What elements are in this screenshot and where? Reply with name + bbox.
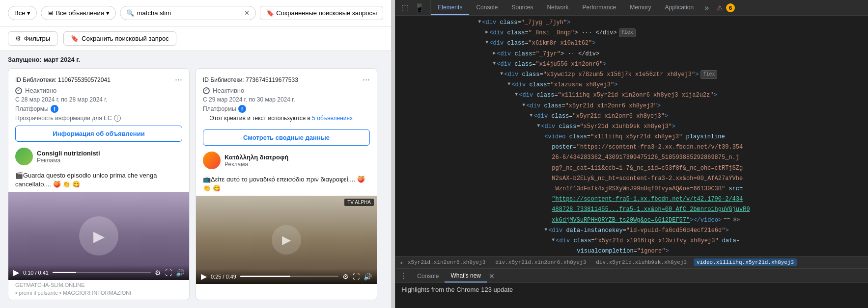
filter-row: ⚙ Фильтры 🔖 Сохранить поисковый запрос <box>0 26 391 51</box>
saved-searches-button[interactable]: 🔖 Сохраненные поисковые запросы <box>260 6 383 20</box>
ad-options-button-2[interactable]: ··· <box>363 75 370 85</box>
toggle-8[interactable]: ▼ <box>515 91 518 99</box>
view-summary-button[interactable]: Смотреть сводные данные <box>203 129 370 146</box>
all-filter-button[interactable]: Все ▾ <box>8 6 37 20</box>
video-controls-2: ▶ 0:25 / 0:49 ⚙ ⛶ 🔊 <box>196 269 377 284</box>
all-ads-button[interactable]: 🖥 Все объявления ▾ <box>41 6 115 20</box>
toggle-3[interactable]: ▼ <box>485 39 488 47</box>
clear-icon[interactable]: ✕ <box>244 9 250 17</box>
toggle-10[interactable]: ▼ <box>530 112 532 120</box>
toggle-5[interactable]: ▼ <box>493 60 496 68</box>
src-link[interactable]: "https://scontent-fra5-1.xx.fbcdn.net/v/… <box>552 195 743 204</box>
settings-icon-1[interactable]: ⚙ <box>155 269 161 277</box>
three-dots-button[interactable]: ⋮ <box>395 271 411 281</box>
tab-elements[interactable]: Elements <box>431 0 469 15</box>
src-link-3[interactable]: xk6djMVSuRPHHORYZB-ts20Wg&oe=6612DEF57" <box>552 216 690 225</box>
warning-triangle-icon: ⚠ <box>717 4 723 12</box>
monitor-icon: 🖥 <box>47 9 54 17</box>
info-button-1[interactable]: Информация об объявлении <box>15 126 182 142</box>
src-link-2[interactable]: 488728_733811455...fra5-1.xx&oh=00_AfC_2… <box>552 205 750 214</box>
expand-icon-2[interactable]: ⛶ <box>353 273 360 281</box>
breadcrumb-expand[interactable]: ◂ <box>399 259 403 266</box>
avatar-2 <box>203 152 221 169</box>
shared-notice-2: Этот креатив и текст используются в 5 об… <box>203 115 370 126</box>
advertiser-info-2: Κατάλληλη διατροφή Реклама <box>224 154 288 168</box>
advertiser-name-1: Consigli nutrizionisti <box>37 150 100 157</box>
status-label-1: Неактивно <box>25 87 56 94</box>
volume-icon-1[interactable]: 🔊 <box>176 269 184 277</box>
tab-memory[interactable]: Memory <box>623 0 658 15</box>
bottom-tab-close[interactable]: ✕ <box>487 272 497 280</box>
mobile-icon[interactable]: 📱 <box>413 1 426 14</box>
search-input[interactable] <box>137 9 243 17</box>
tab-network[interactable]: Network <box>540 0 575 15</box>
tree-line-7: ▼ <div class="x1azusnw xh8yej3" > <box>395 80 868 90</box>
ad-card-2: ID Библиотеки: 7736745119677533 ··· Неак… <box>196 68 377 300</box>
progress-bar-2[interactable] <box>240 276 338 277</box>
tab-sources[interactable]: Sources <box>504 0 540 15</box>
tree-line-5: ▼ <div class="x14ju556 x1n2onr6" > <box>395 59 868 70</box>
tree-line-data-visual: ▼ <div class="x5yr21d x1016tqk x13vifvy … <box>395 236 868 246</box>
breadcrumb-item-4[interactable]: video.x1lliihq.x5yr21d.xh8yej3 <box>694 258 797 266</box>
toggle-9[interactable]: ▼ <box>522 102 525 109</box>
launched-label: Запущено: март 2024 г. <box>0 51 391 68</box>
flex-badge-2: flex <box>619 28 636 37</box>
search-bar: Все ▾ 🖥 Все объявления ▾ 🔍 ✕ 🔖 Сохраненн… <box>0 0 391 26</box>
toggle-6[interactable]: ▼ <box>500 70 503 78</box>
tree-line-2: ▶ <div class="_8nsi _8nqp" > ··· </div> … <box>395 28 868 38</box>
info-icon-1[interactable]: i <box>114 115 121 122</box>
video-controls-1: ▶ 0:10 / 0:41 ⚙ ⛶ 🔊 <box>8 265 189 280</box>
progress-fill-2 <box>240 276 290 277</box>
all-filter-label: Все <box>14 9 25 17</box>
tree-line-6: ▼ <div class="x1ywc1zp x78zum5 x156j7k x… <box>395 70 868 80</box>
toggle-data-visual[interactable]: ▼ <box>552 236 555 244</box>
inspect-icon[interactable]: ⬚ <box>399 1 411 14</box>
tree-line-4: ▶ <div class="_7jyr" > ·· </div> <box>395 49 868 59</box>
tab-performance[interactable]: Performance <box>575 0 623 15</box>
tab-application[interactable]: Application <box>658 0 701 15</box>
bottom-tab-console[interactable]: Console <box>411 269 445 282</box>
toggle-2[interactable]: ▶ <box>485 28 488 36</box>
warning-count: 6 <box>726 3 735 12</box>
save-bookmark-icon: 🔖 <box>71 35 79 42</box>
ad-id-row-2: ID Библиотеки: 7736745119677533 ··· <box>203 75 370 85</box>
left-panel: Все ▾ 🖥 Все объявления ▾ 🔍 ✕ 🔖 Сохраненн… <box>0 0 391 308</box>
search-input-wrap: 🔍 ✕ <box>120 6 256 20</box>
date-row-2: С 29 мар 2024 г. по 30 мар 2024 г. <box>203 96 370 103</box>
advertiser-tag-2: Реклама <box>224 161 288 168</box>
toggle-11[interactable]: ▼ <box>537 122 540 130</box>
status-row-1: Неактивно <box>15 87 182 94</box>
settings-icon-2[interactable]: ⚙ <box>342 273 349 281</box>
tab-console[interactable]: Console <box>469 0 504 15</box>
toggle-1[interactable]: ▼ <box>478 18 481 26</box>
flex-badge-6: flex <box>700 70 717 79</box>
tree-line-src: "https://scontent-fra5-1.xx.fbcdn.net/v/… <box>395 194 868 205</box>
ad-options-button-1[interactable]: ··· <box>175 75 182 85</box>
expand-icon-1[interactable]: ⛶ <box>165 269 172 277</box>
toggle-7[interactable]: ▼ <box>507 80 510 88</box>
breadcrumb-item-2[interactable]: div.x5yr21d.x1n2onr6.xh8yej3 <box>492 258 589 266</box>
volume-icon-2[interactable]: 🔊 <box>364 273 372 281</box>
save-search-button[interactable]: 🔖 Сохранить поисковый запрос <box>63 31 176 46</box>
facebook-icon-1: f <box>51 105 58 113</box>
tree-line-1: ▼ <div class="_7jyg _7jyh" > <box>395 18 868 28</box>
breadcrumb-item-1[interactable]: x5yr21d.x1n2onr6.xh8yej3 <box>405 258 488 266</box>
tree-line-11: ▼ <div class="x5yr21d x1uhb9sk xh8yej3" … <box>395 122 868 132</box>
bottom-tab-whatsnew[interactable]: What's new <box>445 269 487 282</box>
tree-line-src2: 488728_733811455...fra5-1.xx&oh=00_AfC_2… <box>395 205 868 215</box>
filter-icon: ⚙ <box>15 35 21 42</box>
shared-count-link[interactable]: 5 объявлениях <box>312 115 353 122</box>
all-ads-label: Все объявления <box>56 9 104 17</box>
scroll-divider <box>391 0 395 308</box>
play-button-1[interactable]: ▶ <box>13 268 19 277</box>
date-row-1: С 28 мар 2024 г. по 28 мар 2024 г. <box>15 96 182 103</box>
search-icon: 🔍 <box>126 9 134 17</box>
save-search-label: Сохранить поисковый запрос <box>82 35 169 42</box>
toggle-4[interactable]: ▶ <box>493 50 496 57</box>
more-tabs-button[interactable]: » <box>700 3 713 12</box>
progress-bar-1[interactable] <box>53 272 151 273</box>
play-button-2[interactable]: ▶ <box>201 272 207 281</box>
toggle-data-instance[interactable]: ▼ <box>544 226 547 234</box>
breadcrumb-item-3[interactable]: div.x5yr21d.x1uhb9sk.xh8yej3 <box>593 258 690 266</box>
filters-button[interactable]: ⚙ Фильтры <box>8 31 57 46</box>
